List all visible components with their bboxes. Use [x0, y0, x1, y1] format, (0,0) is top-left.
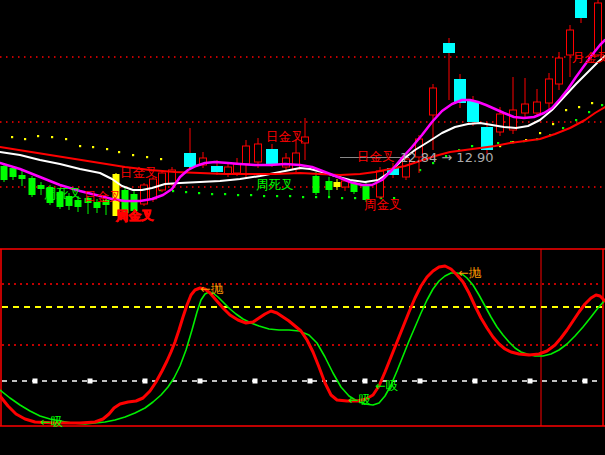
candle-body	[443, 43, 455, 53]
candle[interactable]	[534, 89, 541, 117]
dash-marker	[583, 379, 588, 384]
dot	[539, 132, 541, 134]
signal-label: 周金叉	[364, 197, 402, 212]
candle-body	[430, 88, 437, 115]
dot	[591, 102, 593, 104]
candle-body	[184, 153, 196, 167]
dot	[578, 106, 580, 108]
candle-body	[534, 102, 541, 113]
dot	[11, 136, 13, 138]
dash-marker	[253, 379, 258, 384]
signal-label: 日金叉	[266, 129, 304, 144]
dot	[146, 156, 148, 158]
candle-body	[1, 166, 8, 180]
dot	[588, 111, 590, 113]
buy-sell-label: ←吸	[348, 392, 371, 407]
dot	[224, 193, 226, 195]
candle-body	[19, 175, 26, 179]
dot	[51, 136, 53, 138]
candle-body	[377, 171, 384, 197]
dot	[276, 195, 278, 197]
dot	[250, 194, 252, 196]
dot	[24, 138, 26, 140]
candle-body	[266, 149, 278, 164]
signal-label: 周金叉	[115, 208, 154, 223]
candle-body	[467, 101, 479, 122]
dot	[289, 195, 291, 197]
chart-canvas[interactable]: 日金叉周死叉日金叉周金叉日金叉周死叉日金叉周金叉月金叉12.84 → 12.90…	[0, 0, 605, 455]
candle[interactable]	[1, 164, 8, 182]
dot	[302, 196, 304, 198]
buy-sell-label: ←吸	[375, 378, 398, 393]
price-range-label: 12.84 → 12.90	[400, 150, 494, 165]
candle[interactable]	[19, 170, 26, 186]
candle[interactable]	[243, 140, 250, 178]
candle-body	[497, 114, 504, 132]
candle[interactable]	[184, 128, 196, 170]
candle[interactable]	[334, 179, 341, 190]
candle-body	[326, 181, 333, 190]
candle[interactable]	[556, 52, 563, 90]
dash-marker	[33, 379, 38, 384]
buy-sell-label: ←吸	[40, 414, 63, 429]
dot	[198, 192, 200, 194]
dash-marker	[88, 379, 93, 384]
candle-body	[283, 158, 290, 167]
price-panel[interactable]: 日金叉周死叉日金叉周金叉日金叉周死叉日金叉周金叉月金叉12.84 → 12.90	[0, 0, 605, 223]
dash-marker	[143, 379, 148, 384]
candle[interactable]	[522, 78, 529, 118]
signal-label: 日金叉	[84, 189, 122, 204]
oscillator-line-green	[0, 273, 605, 424]
dash-marker	[308, 379, 313, 384]
candle-body	[575, 0, 587, 18]
buy-sell-label: ←抛	[200, 281, 223, 296]
candle[interactable]	[283, 153, 290, 170]
dash-marker	[198, 379, 203, 384]
candle[interactable]	[255, 138, 262, 168]
dot	[341, 197, 343, 199]
candle[interactable]	[313, 172, 320, 195]
candle[interactable]	[141, 183, 148, 206]
dot	[106, 148, 108, 150]
dot	[565, 109, 567, 111]
dot	[575, 119, 577, 121]
candle-body	[29, 178, 36, 195]
dot	[172, 190, 174, 192]
candle-body	[10, 168, 17, 177]
candle[interactable]	[510, 77, 517, 134]
dash-marker	[418, 379, 423, 384]
candle-body	[255, 144, 262, 162]
candle-body	[293, 153, 300, 169]
candle-body	[556, 58, 563, 84]
dot	[160, 158, 162, 160]
dot	[315, 196, 317, 198]
dot	[118, 151, 120, 153]
signal-label: 周死叉	[44, 186, 82, 201]
candle[interactable]	[326, 177, 333, 198]
dot	[263, 195, 265, 197]
candle-body	[334, 182, 341, 187]
dash-marker	[363, 379, 368, 384]
dot	[354, 197, 356, 199]
indicator-panel[interactable]: ←吸←抛←抛←吸←吸	[0, 249, 605, 429]
candle-body	[243, 146, 250, 164]
candle[interactable]	[443, 38, 455, 100]
stock-chart-screen: 日金叉周死叉日金叉周金叉日金叉周死叉日金叉周金叉月金叉12.84 → 12.90…	[0, 0, 605, 455]
candle[interactable]	[575, 0, 587, 23]
candle[interactable]	[159, 170, 166, 192]
signal-label: 月金叉	[572, 50, 605, 65]
dot	[552, 123, 554, 125]
signal-label: 日金叉	[120, 165, 158, 180]
candle[interactable]	[546, 73, 553, 110]
dot	[132, 154, 134, 156]
candle-body	[159, 173, 166, 190]
candle-body	[211, 166, 223, 172]
dot	[92, 146, 94, 148]
candle[interactable]	[29, 176, 36, 197]
dot	[601, 104, 603, 106]
candle-body	[75, 200, 82, 207]
candle-body	[313, 176, 320, 193]
dot	[185, 191, 187, 193]
dot	[211, 193, 213, 195]
dot	[37, 135, 39, 137]
